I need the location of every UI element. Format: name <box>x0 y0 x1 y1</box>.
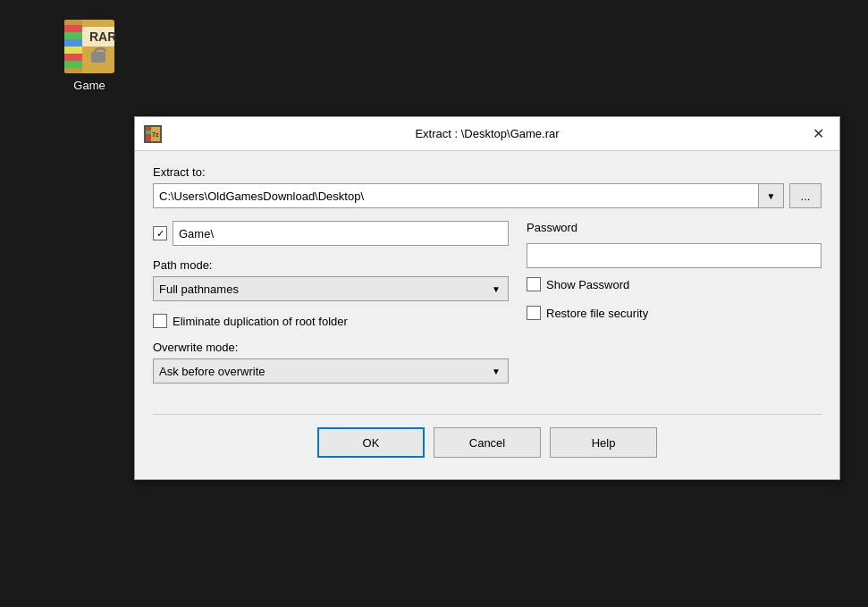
restore-security-row: Restore file security <box>527 306 822 320</box>
overwrite-mode-select-wrapper: Ask before overwrite Overwrite all files… <box>153 358 509 384</box>
browse-button[interactable]: ... <box>789 183 822 208</box>
password-label: Password <box>527 221 822 234</box>
svg-rect-2 <box>64 25 82 32</box>
restore-security-checkbox[interactable] <box>527 306 541 320</box>
svg-rect-6 <box>64 54 82 61</box>
show-password-checkbox[interactable] <box>527 277 541 291</box>
close-button[interactable]: ✕ <box>805 122 830 147</box>
password-input[interactable] <box>527 243 822 268</box>
extract-to-row: ▼ ... <box>153 183 822 208</box>
svg-rect-5 <box>64 46 82 54</box>
show-password-row: Show Password <box>527 277 822 291</box>
path-mode-section: Path mode: Full pathnames No paths Relat… <box>153 258 509 301</box>
svg-rect-4 <box>64 39 82 46</box>
dialog-content: Extract to: ▼ ... ✓ <box>135 151 839 479</box>
path-mode-select-wrapper: Full pathnames No paths Relative paths ▼ <box>153 276 509 301</box>
eliminate-dup-row: Eliminate duplication of root folder <box>153 314 509 328</box>
extract-path-input[interactable] <box>153 183 759 208</box>
svg-text:RAR: RAR <box>89 30 116 44</box>
svg-rect-7 <box>64 61 82 68</box>
restore-security-label: Restore file security <box>546 307 648 320</box>
desktop-icon-game[interactable]: RAR Game <box>54 18 125 92</box>
path-mode-select[interactable]: Full pathnames No paths Relative paths <box>153 276 509 301</box>
folder-name-row: ✓ <box>153 221 509 246</box>
folder-checkbox[interactable]: ✓ <box>153 226 167 240</box>
extract-label: Extract : <box>415 127 460 140</box>
path-mode-label: Path mode: <box>153 258 509 272</box>
extract-dialog: 7z Extract : \Desktop\Game.rar ✕ Extract… <box>134 116 840 480</box>
folder-name-input[interactable] <box>173 221 509 246</box>
svg-rect-3 <box>64 32 82 39</box>
overwrite-mode-section: Overwrite mode: Ask before overwrite Ove… <box>153 341 509 384</box>
left-column: ✓ Path mode: Full pathnames No paths Rel… <box>153 221 509 396</box>
desktop-icon-label: Game <box>73 79 105 92</box>
path-dropdown-arrow[interactable]: ▼ <box>759 183 784 208</box>
cancel-button[interactable]: Cancel <box>434 427 541 458</box>
rar-icon: RAR <box>61 18 118 75</box>
right-column: Password Show Password Restor <box>527 221 822 396</box>
eliminate-dup-checkbox[interactable] <box>153 314 167 328</box>
ok-button[interactable]: OK <box>317 427 425 458</box>
title-bar-text: Extract : \Desktop\Game.rar <box>169 127 805 140</box>
svg-rect-10 <box>91 52 105 63</box>
overwrite-mode-select[interactable]: Ask before overwrite Overwrite all files… <box>153 358 509 384</box>
file-path: \Desktop\Game.rar <box>461 127 560 140</box>
password-section: Password Show Password <box>527 221 822 291</box>
extract-to-label: Extract to: <box>153 165 822 179</box>
svg-text:7z: 7z <box>152 131 159 138</box>
winrar-icon: 7z <box>146 127 160 141</box>
svg-rect-12 <box>146 131 151 134</box>
eliminate-dup-label: Eliminate duplication of root folder <box>173 315 348 328</box>
overwrite-mode-label: Overwrite mode: <box>153 341 509 354</box>
title-bar: 7z Extract : \Desktop\Game.rar ✕ <box>135 117 839 151</box>
buttons-row: OK Cancel Help <box>153 414 822 461</box>
checkmark: ✓ <box>156 228 164 240</box>
show-password-label: Show Password <box>546 278 629 291</box>
main-columns: ✓ Path mode: Full pathnames No paths Rel… <box>153 221 822 396</box>
title-bar-icon: 7z <box>144 125 162 143</box>
help-button[interactable]: Help <box>550 427 657 458</box>
folder-checkbox-wrapper: ✓ <box>153 226 167 240</box>
